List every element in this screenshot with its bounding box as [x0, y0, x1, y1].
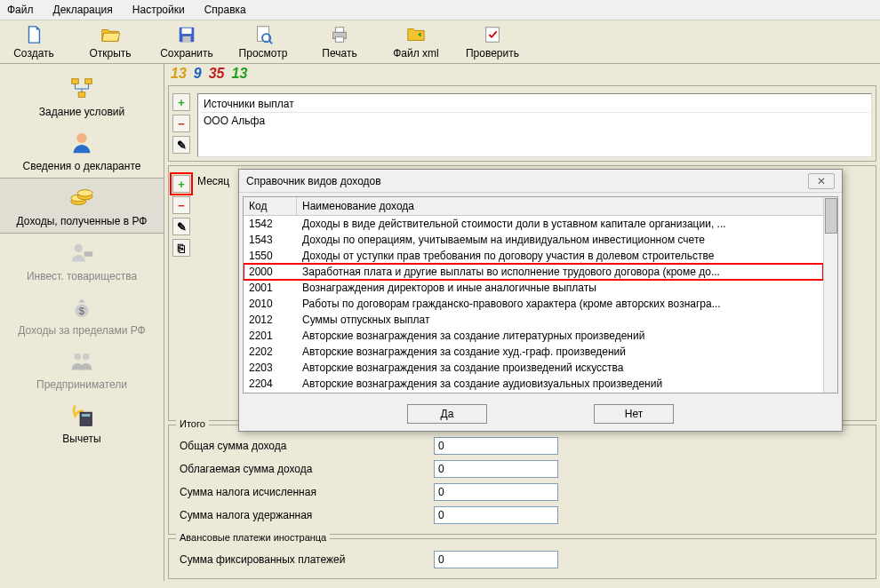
menu-settings[interactable]: Настройки — [129, 2, 188, 18]
fixed-pay-input[interactable] — [434, 551, 558, 568]
advance-title: Авансовые платежи иностранца — [176, 532, 330, 543]
cell-name: Работы по договорам гражданско-правового… — [297, 297, 823, 311]
sources-panel: + − ✎ Источники выплат ООО Альфа — [168, 85, 876, 162]
open-button[interactable]: Открыть — [80, 24, 140, 60]
month-mini-tools: + − ✎ ⎘ — [172, 175, 194, 417]
tax-calc-label: Сумма налога исчисленная — [176, 486, 425, 498]
svg-rect-2 — [182, 36, 190, 42]
month-copy-button[interactable]: ⎘ — [172, 239, 190, 257]
save-button[interactable]: Сохранить — [156, 24, 217, 60]
save-icon — [176, 24, 197, 45]
sidebar-item-deductions[interactable]: Вычеты — [0, 396, 164, 450]
tab-13b[interactable]: 13 — [229, 66, 251, 82]
cell-code: 2012 — [244, 313, 297, 327]
sidebar-item-income-rf[interactable]: Доходы, полученные в РФ — [0, 178, 164, 234]
yes-button[interactable]: Да — [407, 404, 487, 424]
grid-scrollbar[interactable] — [823, 197, 837, 393]
coins-icon — [68, 184, 96, 212]
tab-9[interactable]: 9 — [191, 66, 204, 82]
month-add-button[interactable]: + — [172, 175, 190, 193]
svg-rect-9 — [486, 28, 500, 43]
sidebar-item-declarant[interactable]: Сведения о декларанте — [0, 123, 164, 178]
cell-code: 2201 — [244, 329, 297, 343]
col-name[interactable]: Наименование дохода — [297, 197, 837, 215]
calculator-icon — [68, 401, 96, 430]
sources-list[interactable]: Источники выплат ООО Альфа — [197, 93, 872, 157]
person-icon — [68, 129, 96, 157]
cell-code: 2000 — [244, 265, 297, 279]
menu-help[interactable]: Справка — [201, 2, 250, 18]
cell-code: 2001 — [244, 281, 297, 295]
taxable-income-label: Облагаемая сумма дохода — [176, 463, 425, 475]
preview-label: Просмотр — [239, 47, 288, 60]
svg-rect-1 — [182, 28, 192, 34]
total-income-label: Общая сумма дохода — [176, 440, 425, 452]
print-button[interactable]: Печать — [309, 24, 370, 60]
grid-row[interactable]: 1543Доходы по операциям, учитываемым на … — [244, 232, 823, 248]
cell-code: 2203 — [244, 361, 297, 375]
svg-text:$: $ — [79, 306, 85, 316]
month-label: Месяц — [197, 175, 229, 187]
grid-row[interactable]: 2000Заработная плата и другие выплаты во… — [244, 264, 823, 280]
check-button[interactable]: Проверить — [462, 24, 523, 60]
grid-row[interactable]: 2202Авторские вознаграждения за создание… — [244, 344, 823, 360]
scrollbar-thumb[interactable] — [825, 198, 837, 234]
grid-row[interactable]: 1550Доходы от уступки прав требования по… — [244, 248, 823, 264]
tax-withheld-input[interactable] — [434, 506, 558, 524]
save-label: Сохранить — [160, 47, 213, 60]
sidebar-item-invest[interactable]: Инвест. товарищества — [0, 234, 164, 288]
grid-row[interactable]: 2203Авторские вознаграждения за создание… — [244, 360, 823, 376]
grid-row[interactable]: 2012Суммы отпускных выплат — [244, 312, 823, 328]
cell-code: 2205 — [244, 393, 297, 393]
svg-rect-11 — [85, 79, 92, 84]
month-remove-button[interactable]: − — [172, 196, 190, 214]
sidebar-item-entrepreneurs[interactable]: Предприниматели — [0, 342, 164, 396]
src-mini-tools: + − ✎ — [172, 93, 194, 157]
sidebar-item-task[interactable]: Задание условий — [0, 69, 164, 123]
cell-code: 2204 — [244, 377, 297, 391]
grid-row[interactable]: 2204Авторские вознаграждения за создание… — [244, 376, 823, 392]
grid-header: Код Наименование дохода — [244, 197, 837, 216]
cell-name: Авторские вознаграждения за создание муз… — [297, 393, 823, 393]
month-edit-button[interactable]: ✎ — [172, 218, 190, 235]
grid-row[interactable]: 2205Авторские вознаграждения за создание… — [244, 392, 823, 393]
tax-calc-input[interactable] — [434, 483, 558, 501]
svg-point-17 — [77, 190, 92, 197]
sidebar-item-label: Доходы за пределами РФ — [18, 324, 145, 337]
modal-close-button[interactable]: ✕ — [808, 173, 835, 189]
source-row[interactable]: ООО Альфа — [200, 113, 869, 129]
sidebar-item-income-abroad[interactable]: $ Доходы за пределами РФ — [0, 288, 164, 342]
modal-footer: Да Нет — [239, 397, 842, 431]
src-remove-button[interactable]: − — [172, 115, 190, 132]
menu-file[interactable]: Файл — [4, 2, 37, 18]
form-tabs: 13 9 35 13 — [164, 64, 880, 83]
grid-row[interactable]: 2001Вознаграждения директоров и иные ана… — [244, 280, 823, 296]
preview-button[interactable]: Просмотр — [233, 24, 293, 60]
close-icon: ✕ — [817, 175, 826, 187]
create-button[interactable]: Создать — [4, 24, 64, 60]
filexml-label: Файл xml — [393, 47, 439, 60]
cell-name: Заработная плата и другие выплаты во исп… — [297, 265, 823, 279]
col-code[interactable]: Код — [244, 197, 297, 215]
no-button[interactable]: Нет — [594, 404, 674, 424]
tab-35[interactable]: 35 — [206, 66, 228, 82]
src-edit-button[interactable]: ✎ — [172, 136, 190, 154]
grid-row[interactable]: 2010Работы по договорам гражданско-право… — [244, 296, 823, 312]
income-type-grid[interactable]: Код Наименование дохода 1542Доходы в вид… — [243, 196, 838, 393]
grid-row[interactable]: 1542Доходы в виде действительной стоимос… — [244, 216, 823, 232]
cell-code: 1542 — [244, 217, 297, 231]
menu-declaration[interactable]: Декларация — [50, 2, 116, 18]
src-add-button[interactable]: + — [172, 93, 190, 111]
svg-rect-7 — [335, 28, 343, 33]
grid-row[interactable]: 2201Авторские вознаграждения за создание… — [244, 328, 823, 344]
cell-code: 2202 — [244, 345, 297, 359]
total-income-input[interactable] — [434, 437, 558, 455]
tab-13a[interactable]: 13 — [168, 66, 189, 82]
sidebar-item-label: Сведения о декларанте — [23, 160, 141, 172]
cell-name: Авторские вознаграждения за создание худ… — [297, 345, 823, 359]
filexml-button[interactable]: Файл xml — [386, 24, 446, 60]
svg-rect-25 — [82, 414, 90, 417]
menubar: Файл Декларация Настройки Справка — [0, 0, 880, 20]
taxable-income-input[interactable] — [434, 460, 558, 478]
sidebar: Задание условий Сведения о декларанте До… — [0, 64, 164, 581]
